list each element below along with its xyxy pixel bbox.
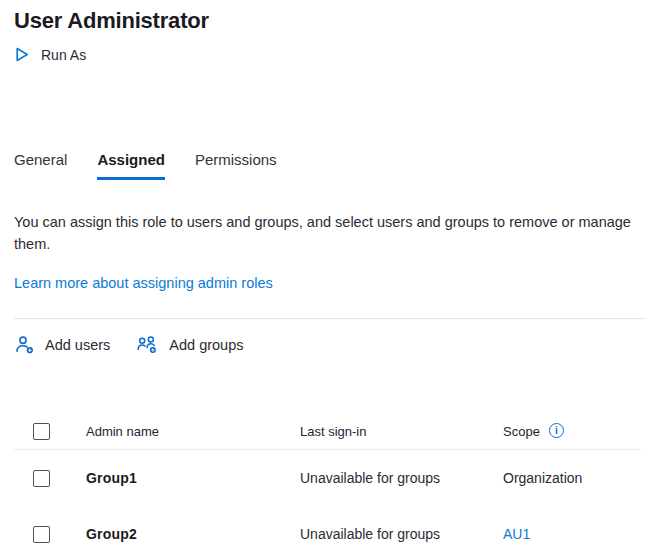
row-checkbox[interactable] [33,526,50,543]
select-all-checkbox[interactable] [33,423,50,440]
add-user-icon [14,334,35,355]
table-row[interactable]: Group1 Unavailable for groups Organizati… [14,450,641,506]
last-sign-in-cell: Unavailable for groups [300,470,503,486]
tab-bar: General Assigned Permissions [14,151,641,180]
learn-more-link[interactable]: Learn more about assigning admin roles [14,275,273,291]
run-as-button[interactable]: Run As [14,46,86,63]
column-header-scope[interactable]: Scope i [503,424,641,439]
add-users-label: Add users [45,337,110,353]
admin-name-cell[interactable]: Group1 [86,470,300,486]
run-as-play-icon [14,46,30,63]
scope-link[interactable]: AU1 [503,526,641,542]
tab-assigned[interactable]: Assigned [97,151,165,180]
scope-info-icon[interactable]: i [549,423,564,438]
tab-permissions[interactable]: Permissions [195,151,277,180]
column-header-admin-name[interactable]: Admin name [86,424,300,439]
role-detail-panel: User Administrator Run As General Assign… [0,0,655,560]
assigned-admins-table: Admin name Last sign-in Scope i Group1 U… [14,413,641,560]
add-groups-label: Add groups [169,337,243,353]
tab-general[interactable]: General [14,151,67,180]
last-sign-in-cell: Unavailable for groups [300,526,503,542]
scope-cell: Organization [503,470,641,486]
table-header-row: Admin name Last sign-in Scope i [14,413,641,449]
row-checkbox[interactable] [33,470,50,487]
assigned-tab-description: You can assign this role to users and gr… [14,211,641,255]
column-header-last-sign-in[interactable]: Last sign-in [300,424,503,439]
add-groups-button[interactable]: Add groups [136,334,243,355]
table-row[interactable]: Group2 Unavailable for groups AU1 [14,506,641,560]
run-as-label: Run As [41,47,86,63]
add-group-icon [136,334,159,355]
assignment-toolbar: Add users Add groups [14,334,641,355]
toolbar-divider [14,318,645,319]
add-users-button[interactable]: Add users [14,334,110,355]
page-title: User Administrator [14,8,641,34]
scope-header-label: Scope [503,424,540,439]
admin-name-cell[interactable]: Group2 [86,526,300,542]
